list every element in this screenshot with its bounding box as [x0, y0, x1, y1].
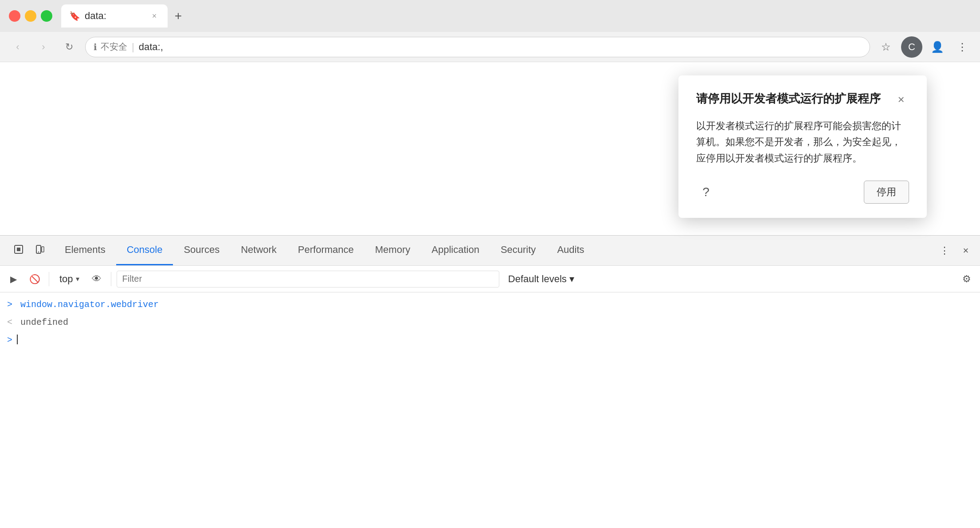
devtools-tabs: Elements Console Sources Network Perform…: [54, 236, 930, 265]
forward-icon: ›: [42, 41, 45, 53]
security-indicator: ℹ 不安全: [94, 41, 127, 53]
tab-sources[interactable]: Sources: [173, 236, 230, 265]
red-traffic-light[interactable]: [9, 10, 20, 22]
security-label: 不安全: [101, 41, 127, 53]
tab-sources-label: Sources: [184, 244, 220, 256]
console-command-text[interactable]: window.navigator.webdriver: [20, 298, 159, 312]
device-icon: [35, 244, 45, 257]
bookmark-button[interactable]: ☆: [876, 37, 896, 57]
tab-application-label: Application: [431, 244, 479, 256]
developer-mode-dialog: 请停用以开发者模式运行的扩展程序 × 以开发者模式运行的扩展程序可能会损害您的计…: [678, 75, 927, 218]
dialog-help-button[interactable]: ?: [696, 182, 716, 202]
tab-security[interactable]: Security: [490, 236, 546, 265]
tab-network[interactable]: Network: [230, 236, 287, 265]
forward-button[interactable]: ›: [34, 37, 53, 57]
info-icon: ℹ: [94, 42, 97, 52]
tab-close-button[interactable]: ×: [149, 11, 160, 21]
reload-icon: ↻: [65, 41, 73, 53]
back-icon: ‹: [16, 41, 19, 53]
url-display[interactable]: data:,: [139, 41, 163, 53]
svg-rect-3: [42, 247, 44, 252]
filter-input[interactable]: [117, 271, 499, 288]
dialog-footer: ? 停用: [696, 181, 909, 204]
devtools-close-button[interactable]: ×: [956, 241, 976, 260]
device-toolbar-button[interactable]: [30, 241, 50, 260]
tab-title: data:: [85, 10, 145, 22]
toolbar-divider-2: [111, 272, 111, 286]
tab-memory[interactable]: Memory: [365, 236, 421, 265]
tab-console[interactable]: Console: [116, 236, 173, 265]
console-cursor-line[interactable]: >: [0, 331, 980, 347]
new-tab-button[interactable]: +: [169, 7, 187, 25]
svg-point-4: [38, 251, 39, 252]
console-output: > window.navigator.webdriver < undefined…: [0, 292, 980, 528]
profile-icon: 👤: [931, 41, 944, 53]
levels-selector[interactable]: Default levels ▾: [503, 272, 580, 287]
context-arrow-icon: ▾: [76, 275, 79, 283]
close-icon: ×: [963, 245, 969, 256]
dialog-close-button[interactable]: ×: [893, 91, 909, 107]
menu-icon: ⋮: [957, 41, 968, 53]
levels-label: Default levels: [508, 273, 567, 285]
console-caret: [17, 335, 18, 344]
green-traffic-light[interactable]: [41, 10, 52, 22]
console-line-return: < undefined: [0, 314, 980, 331]
tab-security-label: Security: [501, 244, 536, 256]
tab-favicon-icon: 🔖: [69, 11, 80, 21]
disable-button[interactable]: 停用: [864, 181, 909, 204]
help-icon: ?: [702, 185, 710, 199]
inspect-element-button[interactable]: [9, 241, 28, 260]
settings-icon: ⚙: [962, 273, 971, 285]
menu-button[interactable]: ⋮: [953, 37, 972, 57]
levels-arrow-icon: ▾: [569, 273, 574, 285]
yellow-traffic-light[interactable]: [25, 10, 36, 22]
page-content: 请停用以开发者模式运行的扩展程序 × 以开发者模式运行的扩展程序可能会损害您的计…: [0, 62, 980, 235]
dialog-header: 请停用以开发者模式运行的扩展程序 ×: [696, 91, 909, 107]
back-button[interactable]: ‹: [8, 37, 27, 57]
tab-bar: 🔖 data: × +: [61, 0, 971, 32]
devtools-left-icons: [4, 236, 54, 265]
tab-audits[interactable]: Audits: [546, 236, 595, 265]
browser-tab[interactable]: 🔖 data: ×: [61, 4, 168, 28]
reload-button[interactable]: ↻: [59, 37, 79, 57]
context-label: top: [59, 273, 73, 285]
context-selector[interactable]: top ▾: [55, 271, 84, 287]
console-prompt-return: <: [7, 315, 16, 330]
console-toolbar: ▶ 🚫 top ▾ 👁 Default levels ▾ ⚙: [0, 266, 980, 292]
devtools-right-icons: ⋮ ×: [930, 236, 980, 265]
devtools-toolbar: Elements Console Sources Network Perform…: [0, 236, 980, 266]
traffic-lights: [9, 10, 52, 22]
address-bar[interactable]: ℹ 不安全 | data:,: [85, 37, 870, 57]
run-icon: ▶: [10, 274, 17, 284]
console-prompt-command: >: [7, 298, 16, 312]
tab-application[interactable]: Application: [421, 236, 490, 265]
avatar[interactable]: C: [901, 36, 922, 58]
tab-audits-label: Audits: [557, 244, 584, 256]
clear-icon: 🚫: [29, 274, 40, 284]
tab-elements[interactable]: Elements: [54, 236, 116, 265]
eye-icon: 👁: [92, 273, 102, 285]
console-settings-button[interactable]: ⚙: [958, 270, 976, 288]
dialog-body: 以开发者模式运行的扩展程序可能会损害您的计算机。如果您不是开发者，那么，为安全起…: [696, 118, 909, 166]
more-icon: ⋮: [940, 245, 949, 256]
nav-right-icons: ☆ C 👤 ⋮: [876, 36, 972, 58]
bookmark-icon: ☆: [881, 41, 891, 53]
toolbar-divider: [49, 272, 49, 286]
tab-performance[interactable]: Performance: [287, 236, 365, 265]
tab-performance-label: Performance: [298, 244, 354, 256]
inspect-icon: [14, 244, 24, 257]
run-script-button[interactable]: ▶: [4, 270, 22, 288]
title-bar: 🔖 data: × +: [0, 0, 980, 32]
tab-memory-label: Memory: [375, 244, 410, 256]
eye-button[interactable]: 👁: [88, 270, 106, 288]
address-divider: |: [132, 41, 134, 53]
svg-rect-1: [17, 248, 20, 251]
clear-console-button[interactable]: 🚫: [26, 270, 43, 288]
devtools-panel: Elements Console Sources Network Perform…: [0, 235, 980, 528]
devtools-more-button[interactable]: ⋮: [935, 241, 954, 260]
tab-console-label: Console: [127, 244, 163, 256]
profile-button[interactable]: 👤: [928, 37, 947, 57]
dialog-title: 请停用以开发者模式运行的扩展程序: [696, 91, 893, 106]
console-cursor-prompt: >: [7, 335, 12, 345]
tab-network-label: Network: [241, 244, 277, 256]
